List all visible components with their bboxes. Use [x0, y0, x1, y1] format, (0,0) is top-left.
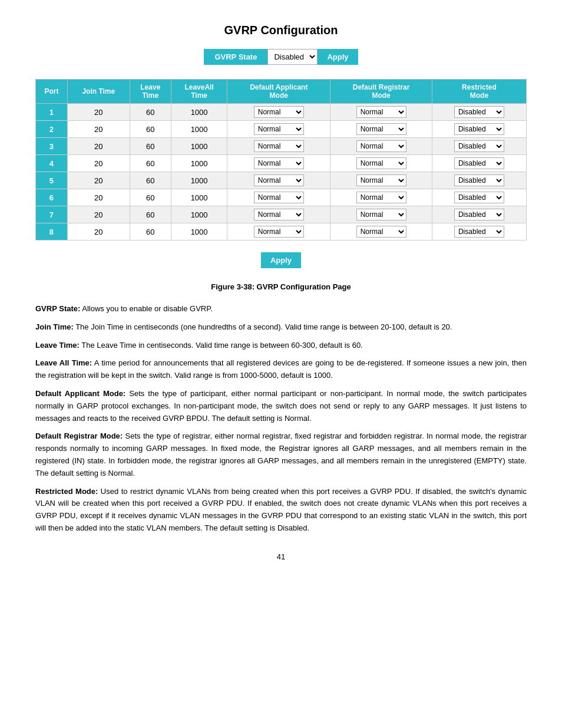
applicant-mode-cell: NormalNon-Participant — [227, 155, 330, 172]
leave-time-cell: 60 — [130, 189, 171, 206]
gvrp-state-label: GVRP State — [204, 49, 267, 65]
table-row: 820601000NormalNon-ParticipantNormalFixe… — [36, 223, 527, 241]
join-time-cell: 20 — [67, 172, 130, 189]
apply-center: Apply — [35, 252, 527, 268]
applicant-mode-select[interactable]: NormalNon-Participant — [254, 174, 304, 186]
col-header-port: Port — [36, 80, 68, 104]
description-paragraph: Restricted Mode: Used to restrict dynami… — [35, 486, 527, 535]
leaveall-time-cell: 1000 — [171, 121, 227, 138]
restricted-mode-select[interactable]: DisabledEnabled — [454, 192, 504, 203]
restricted-mode-select[interactable]: DisabledEnabled — [454, 209, 504, 220]
applicant-mode-cell: NormalNon-Participant — [227, 206, 330, 223]
leaveall-time-cell: 1000 — [171, 189, 227, 206]
leave-time-cell: 60 — [130, 206, 171, 223]
col-header-leaveall-time: LeaveAllTime — [171, 80, 227, 104]
restricted-mode-select[interactable]: DisabledEnabled — [454, 226, 504, 238]
registrar-mode-cell: NormalFixedForbidden — [330, 104, 432, 121]
registrar-mode-select[interactable]: NormalFixedForbidden — [356, 140, 406, 152]
registrar-mode-cell: NormalFixedForbidden — [330, 206, 432, 223]
applicant-mode-select[interactable]: NormalNon-Participant — [254, 123, 304, 135]
applicant-mode-cell: NormalNon-Participant — [227, 172, 330, 189]
join-time-cell: 20 — [67, 189, 130, 206]
leaveall-time-cell: 1000 — [171, 223, 227, 241]
registrar-mode-select[interactable]: NormalFixedForbidden — [356, 106, 406, 118]
port-cell: 4 — [36, 155, 68, 172]
restricted-mode-select[interactable]: DisabledEnabled — [454, 106, 504, 118]
col-header-join-time: Join Time — [67, 80, 130, 104]
restricted-mode-select[interactable]: DisabledEnabled — [454, 140, 504, 152]
table-row: 120601000NormalNon-ParticipantNormalFixe… — [36, 104, 527, 121]
table-row: 720601000NormalNon-ParticipantNormalFixe… — [36, 206, 527, 223]
restricted-mode-select[interactable]: DisabledEnabled — [454, 174, 504, 186]
registrar-mode-cell: NormalFixedForbidden — [330, 223, 432, 241]
leaveall-time-cell: 1000 — [171, 172, 227, 189]
leave-time-cell: 60 — [130, 104, 171, 121]
port-cell: 7 — [36, 206, 68, 223]
leaveall-time-cell: 1000 — [171, 138, 227, 155]
applicant-mode-select[interactable]: NormalNon-Participant — [254, 226, 304, 238]
gvrp-state-select[interactable]: Disabled Enabled — [267, 49, 318, 65]
description-paragraph: Default Registrar Mode: Sets the type of… — [35, 430, 527, 479]
join-time-cell: 20 — [67, 155, 130, 172]
registrar-mode-cell: NormalFixedForbidden — [330, 121, 432, 138]
col-header-registrar-mode: Default RegistrarMode — [330, 80, 432, 104]
leave-time-cell: 60 — [130, 138, 171, 155]
table-row: 420601000NormalNon-ParticipantNormalFixe… — [36, 155, 527, 172]
applicant-mode-cell: NormalNon-Participant — [227, 138, 330, 155]
registrar-mode-select[interactable]: NormalFixedForbidden — [356, 226, 406, 238]
applicant-mode-select[interactable]: NormalNon-Participant — [254, 209, 304, 220]
description-label: Default Applicant Mode: — [35, 389, 125, 398]
applicant-mode-select[interactable]: NormalNon-Participant — [254, 140, 304, 152]
leave-time-cell: 60 — [130, 155, 171, 172]
description-paragraph: Default Applicant Mode: Sets the type of… — [35, 388, 527, 424]
gvrp-state-apply-button[interactable]: Apply — [318, 49, 358, 65]
restricted-mode-select[interactable]: DisabledEnabled — [454, 123, 504, 135]
table-row: 220601000NormalNon-ParticipantNormalFixe… — [36, 121, 527, 138]
leave-time-cell: 60 — [130, 172, 171, 189]
leaveall-time-cell: 1000 — [171, 206, 227, 223]
description-label: Join Time: — [35, 322, 74, 331]
registrar-mode-select[interactable]: NormalFixedForbidden — [356, 192, 406, 203]
registrar-mode-select[interactable]: NormalFixedForbidden — [356, 123, 406, 135]
port-cell: 8 — [36, 223, 68, 241]
leave-time-cell: 60 — [130, 121, 171, 138]
description-paragraph: GVRP State: Allows you to enable or disa… — [35, 303, 527, 315]
description-paragraph: Leave All Time: A time period for announ… — [35, 357, 527, 382]
page-title: GVRP Configuration — [35, 24, 527, 37]
table-row: 620601000NormalNon-ParticipantNormalFixe… — [36, 189, 527, 206]
gvrp-state-bar: GVRP State Disabled Enabled Apply — [35, 49, 527, 65]
restricted-mode-cell: DisabledEnabled — [432, 121, 526, 138]
join-time-cell: 20 — [67, 121, 130, 138]
col-header-restricted-mode: RestrictedMode — [432, 80, 526, 104]
registrar-mode-select[interactable]: NormalFixedForbidden — [356, 157, 406, 169]
registrar-mode-select[interactable]: NormalFixedForbidden — [356, 209, 406, 220]
description-label: Restricted Mode: — [35, 487, 98, 496]
applicant-mode-cell: NormalNon-Participant — [227, 189, 330, 206]
leave-time-cell: 60 — [130, 223, 171, 241]
registrar-mode-select[interactable]: NormalFixedForbidden — [356, 174, 406, 186]
description-label: GVRP State: — [35, 304, 80, 313]
applicant-mode-select[interactable]: NormalNon-Participant — [254, 157, 304, 169]
applicant-mode-cell: NormalNon-Participant — [227, 104, 330, 121]
description-label: Leave All Time: — [35, 358, 92, 367]
registrar-mode-cell: NormalFixedForbidden — [330, 189, 432, 206]
join-time-cell: 20 — [67, 104, 130, 121]
leaveall-time-cell: 1000 — [171, 104, 227, 121]
join-time-cell: 20 — [67, 206, 130, 223]
registrar-mode-cell: NormalFixedForbidden — [330, 138, 432, 155]
join-time-cell: 20 — [67, 138, 130, 155]
applicant-mode-cell: NormalNon-Participant — [227, 121, 330, 138]
col-header-leave-time: LeaveTime — [130, 80, 171, 104]
restricted-mode-cell: DisabledEnabled — [432, 138, 526, 155]
restricted-mode-cell: DisabledEnabled — [432, 206, 526, 223]
registrar-mode-cell: NormalFixedForbidden — [330, 172, 432, 189]
port-cell: 3 — [36, 138, 68, 155]
description-label: Leave Time: — [35, 341, 80, 350]
restricted-mode-cell: DisabledEnabled — [432, 155, 526, 172]
restricted-mode-select[interactable]: DisabledEnabled — [454, 157, 504, 169]
applicant-mode-select[interactable]: NormalNon-Participant — [254, 192, 304, 203]
descriptions-container: GVRP State: Allows you to enable or disa… — [35, 303, 527, 535]
table-apply-button[interactable]: Apply — [261, 252, 301, 268]
applicant-mode-select[interactable]: NormalNon-Participant — [254, 106, 304, 118]
description-label: Default Registrar Mode: — [35, 431, 123, 440]
